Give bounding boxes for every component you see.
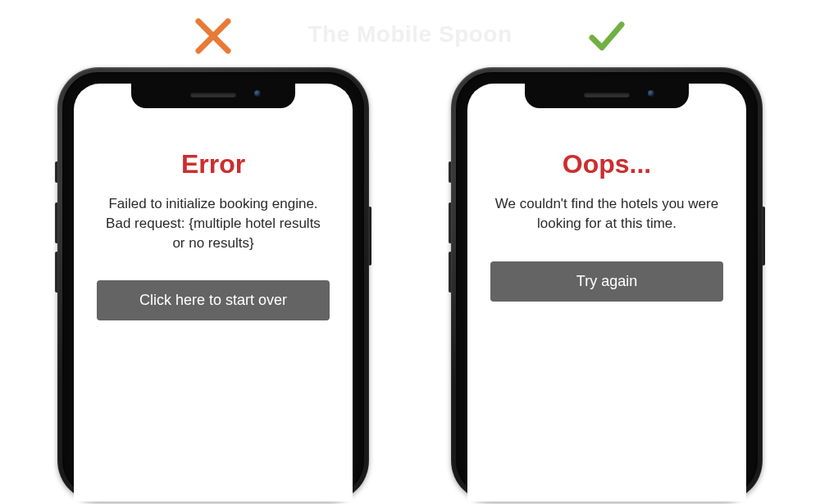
phone-notch xyxy=(525,82,689,108)
comparison-container: Error Failed to initialize booking engin… xyxy=(0,0,820,502)
cross-icon xyxy=(192,11,235,61)
error-body: We couldn't find the hotels you were loo… xyxy=(490,194,723,234)
phone-mock-bad: Error Failed to initialize booking engin… xyxy=(57,67,369,502)
good-example: Oops... We couldn't find the hotels you … xyxy=(451,11,763,502)
phone-screen-bad: Error Failed to initialize booking engin… xyxy=(74,84,353,502)
speaker-grill xyxy=(584,93,630,98)
error-title: Oops... xyxy=(490,149,723,179)
start-over-button[interactable]: Click here to start over xyxy=(97,280,330,320)
phone-notch xyxy=(131,82,295,108)
error-title: Error xyxy=(97,149,330,179)
front-camera xyxy=(648,90,654,97)
front-camera xyxy=(254,90,261,97)
check-icon xyxy=(585,11,628,61)
error-body: Failed to initialize booking engine. Bad… xyxy=(97,194,330,252)
phone-mock-good: Oops... We couldn't find the hotels you … xyxy=(451,67,763,502)
phone-screen-good: Oops... We couldn't find the hotels you … xyxy=(467,84,746,502)
bad-example: Error Failed to initialize booking engin… xyxy=(57,11,369,502)
try-again-button[interactable]: Try again xyxy=(490,261,723,302)
speaker-grill xyxy=(190,93,236,98)
